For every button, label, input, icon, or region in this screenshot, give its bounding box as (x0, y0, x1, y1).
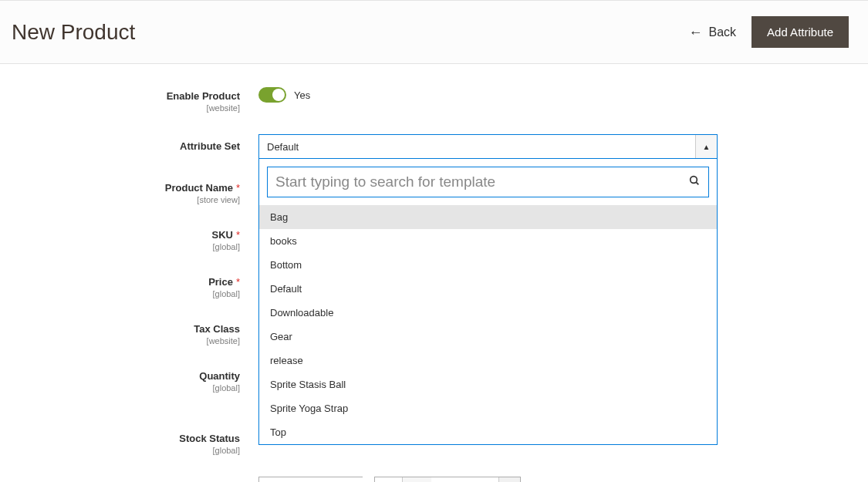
product-name-scope: [store view] (12, 195, 240, 204)
page-header: New Product ← Back Add Attribute (0, 0, 868, 64)
label-col: Tax Class [website] (12, 320, 258, 345)
attribute-set-option[interactable]: books (259, 229, 717, 253)
attribute-set-label: Attribute Set (180, 140, 240, 152)
label-col: Attribute Set (12, 134, 258, 152)
weight-has-weight-select[interactable]: This item has weight ▼ (374, 477, 521, 482)
search-icon (688, 174, 701, 190)
attribute-set-option[interactable]: Downloadable (259, 301, 717, 325)
back-button[interactable]: ← Back (689, 25, 737, 39)
search-wrap (259, 159, 717, 205)
weight-row: Weight [global] lbs This item has weight… (12, 477, 856, 482)
enable-product-value: Yes (294, 89, 310, 101)
sku-scope: [global] (12, 242, 240, 251)
attribute-set-option[interactable]: Bag (259, 205, 717, 229)
label-col: Product Name* [store view] (12, 179, 258, 204)
label-col: Weight [global] (12, 477, 258, 482)
label-col: Price* [global] (12, 273, 258, 298)
chevron-down-icon: ▼ (498, 477, 520, 482)
back-label: Back (709, 25, 737, 39)
label-col: Stock Status [global] (12, 430, 258, 455)
product-name-label: Product Name (165, 182, 233, 194)
add-attribute-button[interactable]: Add Attribute (751, 16, 849, 48)
attribute-set-search-input[interactable] (268, 167, 708, 197)
attribute-set-option[interactable]: Sprite Yoga Strap (259, 396, 717, 420)
enable-product-row: Enable Product [website] Yes (12, 87, 856, 113)
product-form: Enable Product [website] Yes Attribute S… (0, 64, 868, 482)
weight-input-wrap: lbs (258, 477, 363, 482)
required-marker: * (236, 276, 240, 288)
tax-class-scope: [website] (12, 336, 240, 345)
attribute-set-option[interactable]: Top (259, 420, 717, 444)
attribute-set-selected: Default (259, 141, 695, 153)
required-marker: * (236, 182, 240, 194)
attribute-set-options: BagbooksBottomDefaultDownloadableGearrel… (259, 205, 717, 444)
required-marker: * (236, 229, 240, 241)
label-col: Enable Product [website] (12, 87, 258, 113)
svg-point-0 (691, 177, 697, 184)
sku-label: SKU (211, 229, 232, 241)
stock-status-scope: [global] (12, 446, 240, 455)
control-col: lbs This item has weight ▼ (258, 477, 721, 482)
svg-line-1 (696, 182, 698, 184)
enable-product-toggle[interactable] (258, 87, 286, 103)
attribute-set-dropdown: BagbooksBottomDefaultDownloadableGearrel… (258, 159, 718, 445)
price-label: Price (208, 276, 233, 288)
chevron-up-icon: ▲ (695, 135, 717, 158)
toggle-wrap: Yes (258, 87, 721, 103)
page-title: New Product (12, 20, 135, 45)
label-col: Quantity [global] (12, 367, 258, 393)
attribute-set-option[interactable]: Bottom (259, 253, 717, 277)
quantity-scope: [global] (12, 383, 240, 393)
control-col: Yes (258, 87, 721, 103)
enable-product-label: Enable Product (167, 90, 240, 102)
attribute-set-option[interactable]: release (259, 349, 717, 372)
header-actions: ← Back Add Attribute (689, 16, 849, 48)
attribute-set-option[interactable]: Default (259, 277, 717, 301)
price-scope: [global] (12, 289, 240, 298)
control-col: Default ▲ BagbooksBottomDef (258, 134, 721, 159)
attribute-set-row: Attribute Set Default ▲ (12, 134, 856, 159)
attribute-set-option[interactable]: Sprite Stasis Ball (259, 372, 717, 396)
weight-has-weight-text: This item has weight (375, 477, 498, 482)
stock-status-label: Stock Status (179, 433, 240, 444)
attribute-set-select[interactable]: Default ▲ (258, 134, 718, 159)
search-input-wrap (267, 167, 709, 197)
quantity-label: Quantity (199, 370, 240, 382)
weight-controls: lbs This item has weight ▼ (258, 477, 721, 482)
enable-product-scope: [website] (12, 103, 240, 113)
arrow-left-icon: ← (689, 25, 703, 39)
attribute-set-option[interactable]: Gear (259, 325, 717, 349)
tax-class-label: Tax Class (194, 323, 240, 335)
label-col: SKU* [global] (12, 226, 258, 251)
